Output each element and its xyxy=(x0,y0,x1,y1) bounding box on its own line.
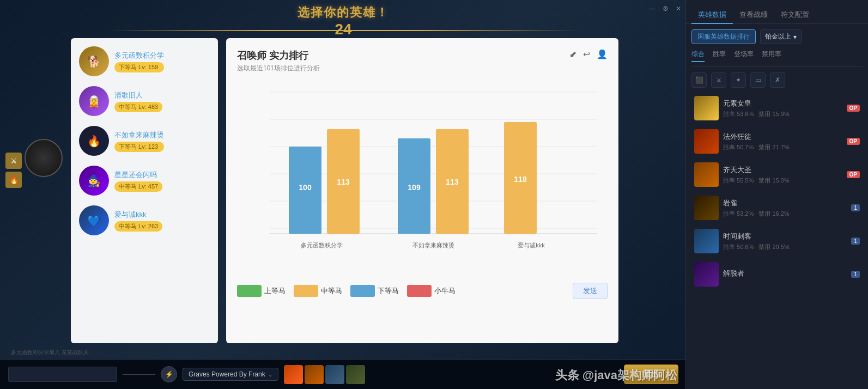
hero-list: 元素女皇 胜率 53.6% 禁用 15.9% OP 法外狂徒 胜率 50.7% xyxy=(691,93,863,289)
hero-info: 齐天大圣 胜率 55.5% 禁用 15.0% xyxy=(723,165,842,185)
svg-text:100: 100 xyxy=(299,183,312,192)
svg-text:113: 113 xyxy=(337,178,350,186)
spell-icon-4[interactable] xyxy=(346,365,365,384)
hero-info: 法外狂徒 胜率 50.7% 禁用 21.7% xyxy=(723,132,842,151)
hero-item-yuansu[interactable]: 元素女皇 胜率 53.6% 禁用 15.9% OP xyxy=(691,93,863,123)
hero-name: 岩雀 xyxy=(723,198,847,208)
tier-selector-row: 国服英雄数据排行 铂金以上 ▾ xyxy=(691,29,863,44)
settings-button[interactable]: ⚙ xyxy=(661,4,670,13)
filter-icons-row: ⬛ ⚔ ✦ ▭ ✗ xyxy=(691,72,863,88)
panel-actions: ⬋ ↩ 👤 xyxy=(569,49,608,59)
chat-input[interactable] xyxy=(8,367,117,382)
side-icons: ⚔ 🔥 xyxy=(5,153,22,188)
hero-stats: 胜率 55.5% 禁用 15.0% xyxy=(723,177,842,185)
spell-icon-1[interactable] xyxy=(284,365,303,384)
legend-zhongdengma: 中等马 xyxy=(294,285,342,297)
refresh-icon[interactable]: ↩ xyxy=(583,49,590,59)
win-rate: 胜率 55.5% xyxy=(723,177,754,184)
op-badge: OP xyxy=(847,105,860,112)
legend-label: 下等马 xyxy=(378,286,399,296)
filter-icon-tank[interactable]: ⚔ xyxy=(711,72,726,88)
tab-hero-data[interactable]: 英雄数据 xyxy=(691,7,733,24)
hero-item-yanque[interactable]: 岩雀 胜率 53.2% 禁用 16.2% 1 xyxy=(691,193,863,223)
user-icon[interactable]: 👤 xyxy=(597,49,608,59)
champion-arrow-icon: ⌄ xyxy=(268,372,272,378)
hero-name: 时间刺客 xyxy=(723,232,847,241)
side-circle xyxy=(25,139,63,177)
spell-icon-2[interactable] xyxy=(305,365,324,384)
hero-item-jietuo[interactable]: 解脱者 1 xyxy=(691,259,863,289)
player-avatar: 💙 xyxy=(79,205,109,235)
player-name: 多元函数积分学 xyxy=(114,51,164,60)
expand-icon[interactable]: ⬋ xyxy=(569,49,576,59)
minimize-button[interactable]: — xyxy=(648,4,657,13)
hero-item-fawai[interactable]: 法外狂徒 胜率 50.7% 禁用 21.7% OP xyxy=(691,126,863,156)
win-rate: 胜率 53.6% xyxy=(723,111,754,117)
tab-match-history[interactable]: 查看战绩 xyxy=(733,7,774,24)
hero-name: 法外狂徒 xyxy=(723,132,842,142)
player-rank: 中等马 Lv: 483 xyxy=(114,102,162,112)
tab-rune-config[interactable]: 符文配置 xyxy=(774,7,816,24)
player-item: 🧙 星星还会闪吗 中等马 Lv: 457 xyxy=(76,163,213,198)
hero-item-shijian[interactable]: 时间刺客 胜率 50.6% 禁用 20.5% 1 xyxy=(691,226,863,256)
tier-dropdown[interactable]: 铂金以上 ▾ xyxy=(760,29,802,44)
filter-icon-assassin[interactable]: ✗ xyxy=(770,72,785,88)
hero-info: 岩雀 胜率 53.2% 禁用 16.2% xyxy=(723,198,847,218)
right-top-tabs: 英雄数据 查看战绩 符文配置 xyxy=(686,0,868,24)
hero-stats: 胜率 50.6% 禁用 20.5% xyxy=(723,243,847,251)
top-decoration xyxy=(109,30,578,31)
sub-tabs: 综合 胜率 登场率 禁用率 xyxy=(691,50,863,67)
side-icon-2[interactable]: 🔥 xyxy=(5,172,22,188)
sub-tab-overall[interactable]: 综合 xyxy=(691,50,705,62)
hero-avatar xyxy=(694,162,719,187)
ban-rate: 禁用 21.7% xyxy=(758,144,789,150)
panel-header: 召唤师 实力排行 选取最近101场排位进行分析 ⬋ ↩ 👤 xyxy=(237,49,608,73)
filter-icon-mage[interactable]: ✦ xyxy=(731,72,746,88)
player-name: 星星还会闪吗 xyxy=(114,170,162,180)
player-item: 🔥 不如拿来麻辣烫 下等马 Lv: 123 xyxy=(76,123,213,159)
spell-icon-3[interactable] xyxy=(325,365,344,384)
svg-text:118: 118 xyxy=(514,175,527,184)
champion-selector[interactable]: Graves Powered By Frank ⌄ xyxy=(183,368,278,381)
hero-stats: 胜率 53.2% 禁用 16.2% xyxy=(723,210,847,218)
player-info: 星星还会闪吗 中等马 Lv: 457 xyxy=(114,170,162,192)
tier-label[interactable]: 国服英雄数据排行 xyxy=(691,29,756,44)
dropdown-arrow-icon: ▾ xyxy=(793,33,797,41)
legend-color-green xyxy=(237,285,262,297)
hero-stats: 胜率 53.6% 禁用 15.9% xyxy=(723,110,842,118)
tier-dropdown-label: 铂金以上 xyxy=(765,32,791,41)
sub-tab-pickrate[interactable]: 登场率 xyxy=(734,50,754,62)
lightning-icon[interactable]: ⚡ xyxy=(161,366,177,382)
champion-name: Graves Powered By Frank xyxy=(189,370,265,378)
hero-name: 齐天大圣 xyxy=(723,165,842,175)
page-title: 选择你的英雄！ xyxy=(0,4,687,21)
legend-label: 上等马 xyxy=(264,286,286,296)
send-button[interactable]: 发送 xyxy=(573,283,608,299)
divider xyxy=(123,374,155,375)
hero-avatar xyxy=(694,229,719,253)
svg-text:113: 113 xyxy=(446,178,459,186)
player-rank: 中等马 Lv: 457 xyxy=(114,181,162,192)
title-area: 选择你的英雄！ 24 xyxy=(0,0,687,38)
player-item: 💙 爱与诚kkk 中等马 Lv: 263 xyxy=(76,203,213,238)
hero-item-qitian[interactable]: 齐天大圣 胜率 55.5% 禁用 15.0% OP xyxy=(691,160,863,190)
ban-rate: 禁用 16.2% xyxy=(758,210,789,217)
watermark: 头条 @java架构师阿松 xyxy=(555,367,677,384)
legend-label: 小牛马 xyxy=(434,286,456,296)
player-item: 🐕 多元函数积分学 下等马 Lv: 159 xyxy=(76,44,213,79)
ban-rate: 禁用 15.0% xyxy=(758,177,789,184)
sub-tab-winrate[interactable]: 胜率 xyxy=(713,50,726,62)
filter-icon-adc[interactable]: ▭ xyxy=(750,72,766,88)
ban-rate: 禁用 20.5% xyxy=(758,244,789,250)
hero-name: 元素女皇 xyxy=(723,99,842,108)
side-icon-1[interactable]: ⚔ xyxy=(5,153,22,169)
close-button[interactable]: ✕ xyxy=(674,4,683,13)
ban-rate: 禁用 15.9% xyxy=(758,111,789,117)
player-avatar: 🧙 xyxy=(79,166,109,196)
player-info: 清歌旧人 中等马 Lv: 483 xyxy=(114,90,162,112)
sub-tab-banrate[interactable]: 禁用率 xyxy=(762,50,781,62)
filter-icon-all[interactable]: ⬛ xyxy=(691,72,707,88)
chart-panel: 召唤师 实力排行 选取最近101场排位进行分析 ⬋ ↩ 👤 100 1 xyxy=(226,38,618,343)
player-name: 清歌旧人 xyxy=(114,90,162,100)
num-badge: 1 xyxy=(851,238,860,245)
